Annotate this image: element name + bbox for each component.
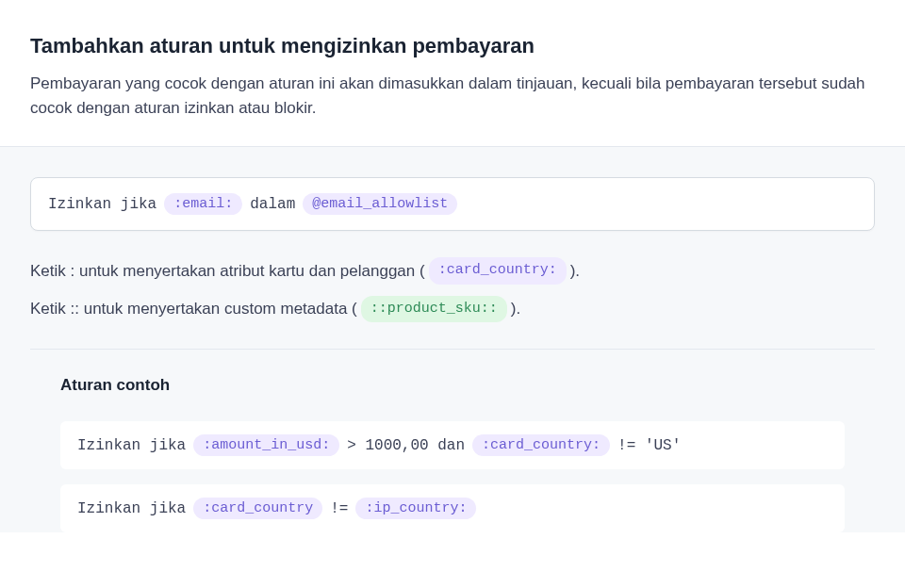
hint-text: Ketik :: untuk menyertakan custom metada… <box>30 297 357 321</box>
hint-attribute: Ketik : untuk menyertakan atribut kartu … <box>30 257 875 285</box>
hint-text: ). <box>570 259 580 284</box>
example-prefix: Izinkan jika <box>77 500 186 517</box>
example-operator: != <box>330 500 348 517</box>
rule-middle-text: dalam <box>250 196 295 213</box>
examples-title: Aturan contoh <box>60 376 845 395</box>
page-title: Tambahkan aturan untuk mengizinkan pemba… <box>30 34 875 58</box>
email-token[interactable]: :email: <box>164 193 242 215</box>
page-description: Pembayaran yang cocok dengan aturan ini … <box>30 72 875 120</box>
example-rule-1[interactable]: Izinkan jika :amount_in_usd: > 1000,00 d… <box>60 421 845 469</box>
product-sku-token: ::product_sku:: <box>361 296 507 323</box>
example-prefix: Izinkan jika <box>77 437 186 454</box>
amount-token: :amount_in_usd: <box>193 434 339 456</box>
rule-editor-panel: Tambahkan aturan untuk mengizinkan pemba… <box>0 0 905 588</box>
rule-input-field[interactable]: Izinkan jika :email: dalam @email_allowl… <box>30 177 875 231</box>
ip-country-token: :ip_country: <box>355 498 476 519</box>
hints-section: Ketik : untuk menyertakan atribut kartu … <box>30 257 875 322</box>
examples-section: Aturan contoh Izinkan jika :amount_in_us… <box>30 349 875 532</box>
card-country-token: :card_country: <box>472 434 610 456</box>
hint-text: ). <box>511 297 520 321</box>
content-section: Izinkan jika :email: dalam @email_allowl… <box>0 147 905 532</box>
card-country-token: :card_country: <box>429 257 567 285</box>
card-country-token: :card_country <box>193 498 322 519</box>
hint-metadata: Ketik :: untuk menyertakan custom metada… <box>30 296 875 323</box>
rule-prefix-text: Izinkan jika <box>48 196 156 213</box>
example-operator: > 1000,00 dan <box>347 437 465 454</box>
header-section: Tambahkan aturan untuk mengizinkan pemba… <box>0 0 905 146</box>
example-rule-2[interactable]: Izinkan jika :card_country != :ip_countr… <box>60 484 845 532</box>
hint-text: Ketik : untuk menyertakan atribut kartu … <box>30 259 425 284</box>
example-operator: != 'US' <box>617 437 681 454</box>
allowlist-token[interactable]: @email_allowlist <box>303 193 457 215</box>
